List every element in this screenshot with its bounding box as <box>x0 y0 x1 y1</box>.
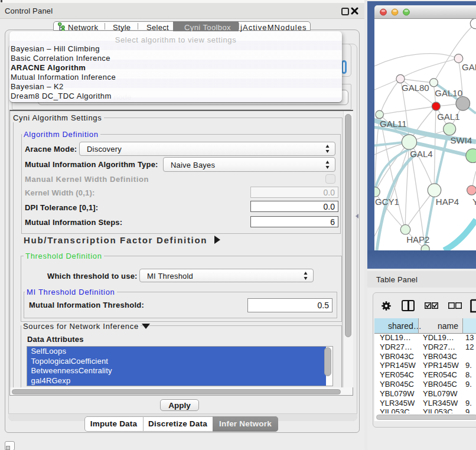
svg-text:GAL10: GAL10 <box>435 88 462 98</box>
svg-text:GCY1: GCY1 <box>375 197 399 207</box>
svg-text:GAL11: GAL11 <box>380 119 407 129</box>
svg-text:Y: Y <box>472 197 476 207</box>
svg-text:SWI4: SWI4 <box>451 135 472 145</box>
svg-text:GAL1: GAL1 <box>437 112 459 122</box>
svg-text:HAP2: HAP2 <box>406 234 429 244</box>
svg-text:GAL4: GAL4 <box>410 149 432 159</box>
svg-text:HAP4: HAP4 <box>436 197 459 207</box>
svg-text:GAL2: GAL2 <box>462 62 476 72</box>
svg-text:GAL80: GAL80 <box>402 83 429 93</box>
